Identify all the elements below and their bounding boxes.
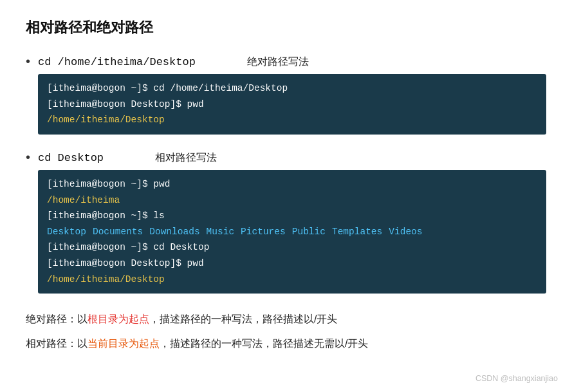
label-2: 相对路径写法 (155, 151, 217, 165)
terminal-line-2-5: [itheima@bogon ~]$ cd Desktop (47, 239, 537, 256)
bullet-line-1: cd /home/itheima/Desktop 绝对路径写法 (38, 55, 546, 69)
dir-videos: Videos (389, 224, 422, 240)
prompt-2-5: [itheima@bogon ~]$ (47, 242, 153, 252)
dir-documents: Documents (93, 224, 143, 240)
cmd-2-3: ls (153, 210, 164, 221)
cmd-2-5: cd Desktop (153, 242, 209, 252)
bullet-row-2: • cd Desktop 相对路径写法 [itheima@bogon ~]$ p… (26, 151, 546, 297)
command-1: cd /home/itheima/Desktop (38, 56, 196, 68)
command-2: cd Desktop (38, 152, 104, 164)
path-1-3: /home/itheima/Desktop (47, 115, 165, 125)
dir-desktop: Desktop (47, 224, 86, 240)
terminal-line-1-2: [itheima@bogon Desktop]$ pwd (47, 97, 537, 113)
terminal-1: [itheima@bogon ~]$ cd /home/itheima/Desk… (38, 74, 546, 135)
desc-abs-pre: 绝对路径：以 (26, 313, 88, 324)
section-absolute-path: • cd /home/itheima/Desktop 绝对路径写法 [ithei… (26, 55, 546, 138)
bullet-line-2: cd Desktop 相对路径写法 (38, 151, 546, 165)
section-relative-path: • cd Desktop 相对路径写法 [itheima@bogon ~]$ p… (26, 151, 546, 297)
dir-public: Public (292, 224, 326, 240)
terminal-line-1-3: /home/itheima/Desktop (47, 112, 537, 128)
dir-templates: Templates (332, 224, 382, 240)
cmd-1-1: cd /home/itheima/Desktop (153, 83, 288, 93)
cmd-1-2: pwd (187, 99, 204, 109)
terminal-line-2-3: [itheima@bogon ~]$ ls (47, 208, 537, 224)
terminal-line-2-7: /home/itheima/Desktop (47, 272, 537, 288)
desc-absolute: 绝对路径：以根目录为起点，描述路径的一种写法，路径描述以/开头 (26, 310, 546, 328)
prompt-2-6: [itheima@bogon Desktop]$ (47, 258, 187, 268)
label-1: 绝对路径写法 (247, 55, 309, 69)
path-2-2: /home/itheima (47, 195, 120, 205)
dir-downloads: Downloads (149, 224, 199, 240)
terminal-line-1-1: [itheima@bogon ~]$ cd /home/itheima/Desk… (47, 80, 537, 97)
terminal-line-2-6: [itheima@bogon Desktop]$ pwd (47, 256, 537, 272)
path-2-7: /home/itheima/Desktop (47, 274, 165, 285)
dir-pictures: Pictures (241, 224, 286, 240)
dir-music: Music (207, 224, 235, 240)
prompt-1-2: [itheima@bogon Desktop]$ (47, 99, 187, 109)
terminal-line-2-2: /home/itheima (47, 192, 537, 209)
bullet-row-1: • cd /home/itheima/Desktop 绝对路径写法 [ithei… (26, 55, 546, 138)
desc-rel-highlight: 当前目录为起点 (88, 338, 160, 349)
desc-rel-pre: 相对路径：以 (26, 338, 88, 349)
main-container: 相对路径和绝对路径 • cd /home/itheima/Desktop 绝对路… (0, 0, 572, 371)
terminal-line-2-1: [itheima@bogon ~]$ pwd (47, 176, 537, 192)
terminal-2: [itheima@bogon ~]$ pwd /home/itheima [it… (38, 170, 546, 294)
desc-abs-highlight: 根目录为起点 (88, 313, 149, 324)
bullet-dot-1: • (26, 54, 30, 69)
cmd-2-1: pwd (153, 179, 170, 189)
desc-relative: 相对路径：以当前目录为起点，描述路径的一种写法，路径描述无需以/开头 (26, 335, 546, 352)
dir-list-line: Desktop Documents Downloads Music Pictur… (47, 224, 537, 240)
bullet-dot-2: • (26, 150, 30, 165)
description-section: 绝对路径：以根目录为起点，描述路径的一种写法，路径描述以/开头 相对路径：以当前… (26, 310, 546, 351)
prompt-2-3: [itheima@bogon ~]$ (47, 210, 153, 221)
watermark: CSDN @shangxianjiao (475, 374, 558, 383)
bullet-content-2: cd Desktop 相对路径写法 [itheima@bogon ~]$ pwd… (38, 151, 546, 297)
page-title: 相对路径和绝对路径 (26, 18, 546, 37)
prompt-2-1: [itheima@bogon ~]$ (47, 179, 153, 189)
bullet-content-1: cd /home/itheima/Desktop 绝对路径写法 [itheima… (38, 55, 546, 138)
desc-rel-post: ，描述路径的一种写法，路径描述无需以/开头 (160, 338, 368, 349)
cmd-2-6: pwd (187, 258, 204, 268)
desc-abs-post: ，描述路径的一种写法，路径描述以/开头 (149, 313, 337, 324)
prompt-1-1: [itheima@bogon ~]$ (47, 83, 153, 93)
